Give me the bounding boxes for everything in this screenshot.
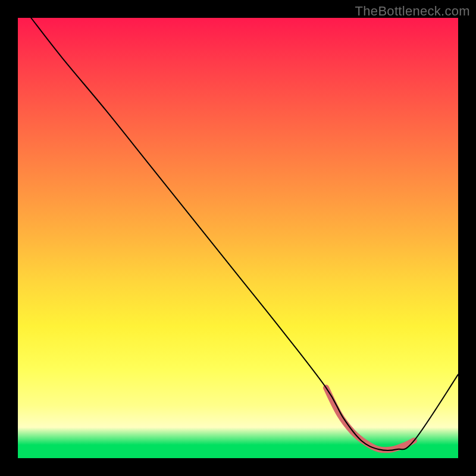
plot-area [18,18,458,458]
chart-frame: TheBottleneck.com [0,0,476,476]
curve-layer [18,18,458,458]
watermark-text: TheBottleneck.com [355,4,470,19]
highlight-band-path [326,388,414,450]
main-curve-path [31,18,458,450]
